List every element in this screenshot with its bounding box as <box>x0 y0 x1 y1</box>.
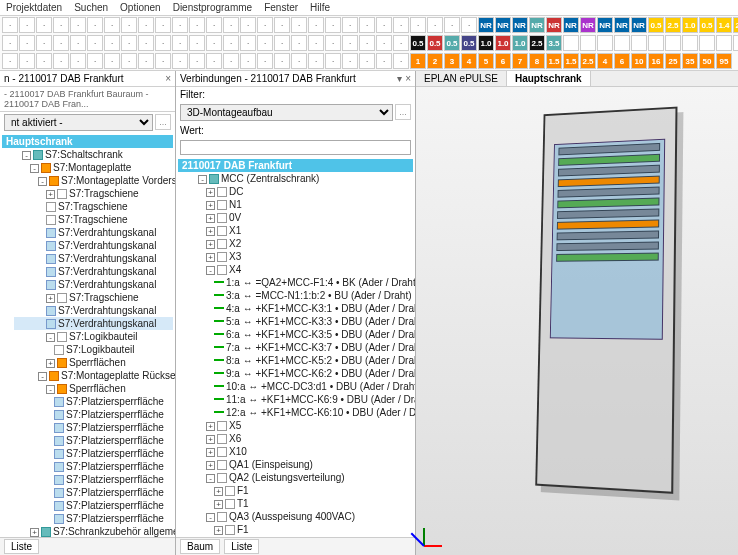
menu-dienstprogramme[interactable]: Dienstprogramme <box>173 2 252 13</box>
tree-item-label[interactable]: S7:Montageplatte Vorderseite <box>61 174 175 187</box>
toolbar-button[interactable]: · <box>36 35 52 51</box>
toolbar-button[interactable]: · <box>2 17 18 33</box>
toolbar-button[interactable]: · <box>223 35 239 51</box>
tree-item-label[interactable]: 8:a ↔ +KF1+MCC-K5:2 • DBU (Ader / Draht) <box>226 354 415 367</box>
toolbar-chip[interactable]: 1 <box>410 53 426 69</box>
toolbar-button[interactable]: · <box>155 35 171 51</box>
tree-item-label[interactable]: QA3 (Ausspeisung 400VAC) <box>229 510 355 523</box>
filter-select[interactable]: 3D-Montageaufbau <box>180 104 393 121</box>
toolbar-chip[interactable]: NR <box>580 17 596 33</box>
tree-item-label[interactable]: Sperrflächen <box>69 356 126 369</box>
tree-item-label[interactable]: S7:Logikbauteil <box>69 330 137 343</box>
toolbar-button[interactable]: · <box>291 35 307 51</box>
tab-liste[interactable]: Liste <box>4 539 39 554</box>
tree-item-label[interactable]: X3 <box>229 250 241 263</box>
tree-item-label[interactable]: S7:Verdrahtungskanal <box>58 239 156 252</box>
toolbar-chip[interactable]: 2.5 <box>733 17 738 33</box>
expand-toggle[interactable]: + <box>46 190 55 199</box>
toolbar-button[interactable]: · <box>325 53 341 69</box>
expand-toggle[interactable]: + <box>206 201 215 210</box>
toolbar-button[interactable]: · <box>376 35 392 51</box>
tree-item-label[interactable]: X1 <box>229 224 241 237</box>
expand-toggle[interactable]: + <box>214 500 223 509</box>
toolbar-button[interactable]: · <box>410 17 426 33</box>
tree-item-label[interactable]: S7:Platziersperrfläche <box>66 473 164 486</box>
tree-item-label[interactable]: S7:Schaltschrank <box>45 148 123 161</box>
tree-item-label[interactable]: S7:Tragschiene <box>58 213 128 226</box>
toolbar-chip[interactable]: 1.0 <box>478 35 494 51</box>
toolbar-chip[interactable] <box>648 35 664 51</box>
expand-toggle[interactable]: + <box>206 214 215 223</box>
toolbar-chip[interactable]: 95 <box>716 53 732 69</box>
toolbar-chip[interactable]: NR <box>529 17 545 33</box>
tree-item-label[interactable]: 9:a ↔ +KF1+MCC-K6:2 • DBU (Ader / Draht) <box>226 367 415 380</box>
toolbar-chip[interactable]: 2.5 <box>665 17 681 33</box>
toolbar-button[interactable]: · <box>444 17 460 33</box>
toolbar-button[interactable]: · <box>223 17 239 33</box>
tree-item-label[interactable]: 10:a ↔ +MCC-DC3:d1 • DBU (Ader / Draht) <box>226 380 415 393</box>
toolbar-button[interactable]: · <box>461 17 477 33</box>
tree-item-label[interactable]: X6 <box>229 432 241 445</box>
toolbar-chip[interactable]: 10 <box>631 53 647 69</box>
tree-item-label[interactable]: MCC (Zentralschrank) <box>221 172 319 185</box>
connections-tree[interactable]: 2110017 DAB Frankfurt -MCC (Zentralschra… <box>176 157 415 537</box>
tree-item-label[interactable]: 5:a ↔ +KF1+MCC-K3:3 • DBU (Ader / Draht) <box>226 315 415 328</box>
tree-item-label[interactable]: 12:a ↔ +KF1+MCC-K6:10 • DBU (Ader / Drah… <box>226 406 415 419</box>
toolbar-button[interactable]: · <box>19 35 35 51</box>
tree-item-label[interactable]: QA2 (Leistungsverteilung) <box>229 471 345 484</box>
toolbar-chip[interactable]: 0.5 <box>461 35 477 51</box>
toolbar-chip[interactable] <box>716 35 732 51</box>
toolbar-chip[interactable]: 0.5 <box>427 35 443 51</box>
tree-item-label[interactable]: S7:Verdrahtungskanal <box>58 226 156 239</box>
toolbar-chip[interactable]: 0.5 <box>410 35 426 51</box>
tree-item-label[interactable]: T1 <box>237 497 249 510</box>
tree-item-label[interactable]: S7:Tragschiene <box>69 187 139 200</box>
expand-toggle[interactable]: + <box>214 487 223 496</box>
toolbar-chip[interactable]: NR <box>631 17 647 33</box>
tree-item-label[interactable]: S7:Montageplatte <box>53 161 131 174</box>
tree-item-label[interactable]: X2 <box>229 237 241 250</box>
expand-toggle[interactable]: - <box>206 474 215 483</box>
tree-item-label[interactable]: S7:Platziersperrfläche <box>66 434 164 447</box>
tree-item-label[interactable]: 11:a ↔ +KF1+MCC-K6:9 • DBU (Ader / Draht… <box>226 393 415 406</box>
3d-viewport[interactable] <box>416 87 738 555</box>
toolbar-button[interactable]: · <box>121 35 137 51</box>
expand-toggle[interactable]: - <box>206 513 215 522</box>
toolbar-button[interactable]: · <box>70 53 86 69</box>
tab-liste[interactable]: Liste <box>224 539 259 554</box>
toolbar-button[interactable]: · <box>172 53 188 69</box>
toolbar-button[interactable]: · <box>393 17 409 33</box>
toolbar-chip[interactable] <box>631 35 647 51</box>
toolbar-chip[interactable] <box>580 35 596 51</box>
expand-toggle[interactable]: + <box>46 294 55 303</box>
tree-item-label[interactable]: 0V <box>229 211 241 224</box>
toolbar-button[interactable]: · <box>274 53 290 69</box>
toolbar-button[interactable]: · <box>19 53 35 69</box>
toolbar-chip[interactable]: 1.0 <box>495 35 511 51</box>
toolbar-chip[interactable]: 2.5 <box>580 53 596 69</box>
menu-fenster[interactable]: Fenster <box>264 2 298 13</box>
tree-item-label[interactable]: S7:Platziersperrfläche <box>66 460 164 473</box>
expand-toggle[interactable]: - <box>38 372 47 381</box>
toolbar-button[interactable]: · <box>53 53 69 69</box>
toolbar-button[interactable]: · <box>308 17 324 33</box>
pin-icon[interactable]: ▾ × <box>397 73 411 84</box>
connections-root[interactable]: 2110017 DAB Frankfurt <box>178 159 413 172</box>
tree-item-label[interactable]: S7:Platziersperrfläche <box>66 408 164 421</box>
tree-item-label[interactable]: S7:Platziersperrfläche <box>66 486 164 499</box>
expand-toggle[interactable]: + <box>206 240 215 249</box>
toolbar-chip[interactable]: 6 <box>614 53 630 69</box>
tree-root-label[interactable]: Hauptschrank <box>2 135 173 148</box>
toolbar-button[interactable]: · <box>359 35 375 51</box>
tree-item-label[interactable]: QA1 (Einspeisung) <box>229 458 313 471</box>
toolbar-button[interactable]: · <box>172 17 188 33</box>
expand-toggle[interactable]: + <box>206 448 215 457</box>
navigator-tree[interactable]: Hauptschrank -S7:Schaltschrank-S7:Montag… <box>0 133 175 537</box>
tree-item-label[interactable]: S7:Platziersperrfläche <box>66 447 164 460</box>
toolbar-chip[interactable]: 7 <box>512 53 528 69</box>
toolbar-button[interactable]: · <box>325 35 341 51</box>
toolbar-chip[interactable]: NR <box>546 17 562 33</box>
toolbar-button[interactable]: · <box>274 35 290 51</box>
navigator-select[interactable]: nt aktiviert - <box>4 114 153 131</box>
toolbar-chip[interactable] <box>597 35 613 51</box>
